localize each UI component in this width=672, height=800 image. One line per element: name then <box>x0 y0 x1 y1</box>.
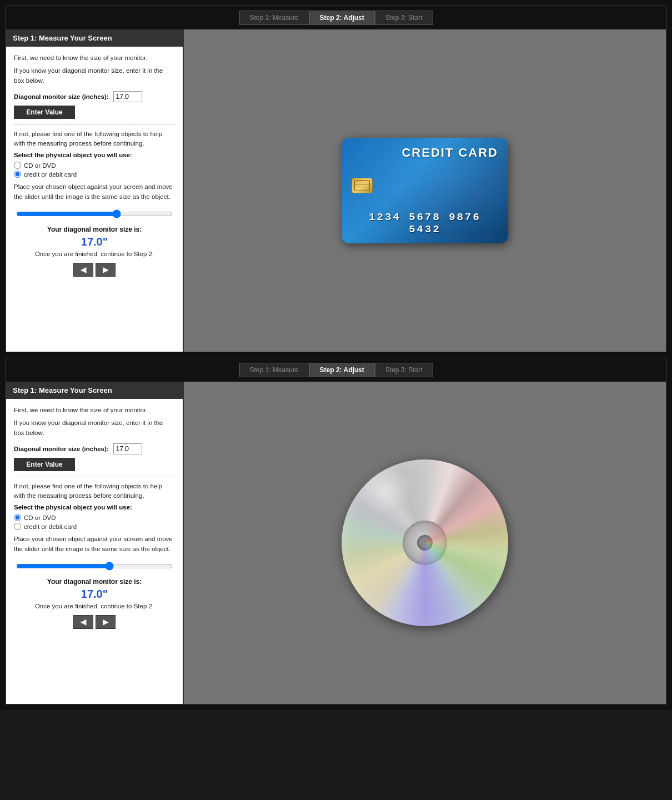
tabs-bar-1: Step 1: Measure Step 2: Adjust Step 3: S… <box>6 6 666 29</box>
cd-shine <box>351 457 422 523</box>
slider-container-1[interactable] <box>14 209 175 220</box>
cd-inner-ring <box>403 521 447 565</box>
left-panel-title-2: Step 1: Measure Your Screen <box>6 382 183 399</box>
left-panel-body-2: First, we need to know the size of your … <box>6 399 183 641</box>
tab-step1-measure-1[interactable]: Step 1: Measure <box>239 11 309 25</box>
tab-step2-adjust-1[interactable]: Step 2: Adjust <box>309 11 375 25</box>
divider-2 <box>14 477 175 477</box>
nav-buttons-2: ◀ ▶ <box>14 615 175 629</box>
panel-content-2: Step 1: Measure Your Screen First, we ne… <box>6 382 666 704</box>
next-btn-1[interactable]: ▶ <box>96 263 116 277</box>
panel-1: Step 1: Measure Step 2: Adjust Step 3: S… <box>6 6 666 352</box>
right-display-1: CREDIT CARD 1234 5678 9876 5432 <box>184 29 666 352</box>
cd-disc <box>342 459 508 626</box>
divider-1 <box>14 124 175 125</box>
continue-text-1: Once you are finished, continue to Step … <box>14 251 175 257</box>
diagonal-label-2: Diagonal monitor size (inches): <box>14 446 109 452</box>
diagonal-row-2: Diagonal monitor size (inches): <box>14 443 175 454</box>
radio-cd-1[interactable]: CD or DVD <box>14 162 175 169</box>
cd-hole <box>417 535 433 551</box>
left-panel-2: Step 1: Measure Your Screen First, we ne… <box>6 382 184 704</box>
radio-card-2[interactable]: credit or debit card <box>14 523 175 530</box>
select-label-1: Select the physical object you will use: <box>14 152 175 158</box>
left-panel-body-1: First, we need to know the size of your … <box>6 47 183 289</box>
size-slider-2[interactable] <box>16 562 173 571</box>
card-title: CREDIT CARD <box>352 146 498 160</box>
next-btn-2[interactable]: ▶ <box>96 615 116 629</box>
enter-value-btn-2[interactable]: Enter Value <box>14 458 75 471</box>
radio-cd-label-2: CD or DVD <box>24 514 56 521</box>
radio-cd-2[interactable]: CD or DVD <box>14 514 175 521</box>
left-panel-title-1: Step 1: Measure Your Screen <box>6 29 183 47</box>
tab-step3-start-2[interactable]: Step 3: Start <box>375 363 433 377</box>
radio-card-1[interactable]: credit or debit card <box>14 171 175 178</box>
monitor-size-value-1: 17.0" <box>14 236 175 248</box>
prev-btn-1[interactable]: ◀ <box>73 263 93 277</box>
credit-card: CREDIT CARD 1234 5678 9876 5432 <box>342 138 508 243</box>
left-panel-1: Step 1: Measure Your Screen First, we ne… <box>6 29 184 352</box>
not-sure-text-2: If not, please find one of the following… <box>14 482 175 501</box>
intro1-1: First, we need to know the size of your … <box>14 53 175 63</box>
monitor-size-label-1: Your diagonal monitor size is: <box>14 226 175 233</box>
diagonal-input-2[interactable] <box>113 443 142 454</box>
radio-cd-input-1[interactable] <box>14 162 21 169</box>
main-wrapper: Step 1: Measure Step 2: Adjust Step 3: S… <box>0 0 672 710</box>
diagonal-label-1: Diagonal monitor size (inches): <box>14 93 109 100</box>
diagonal-row-1: Diagonal monitor size (inches): <box>14 91 175 102</box>
not-sure-text-1: If not, please find one of the following… <box>14 129 175 149</box>
tabs-bar-2: Step 1: Measure Step 2: Adjust Step 3: S… <box>6 358 666 382</box>
enter-value-btn-1[interactable]: Enter Value <box>14 106 75 119</box>
instruction-1: Place your chosen object against your sc… <box>14 182 175 202</box>
card-chip <box>352 178 373 193</box>
cd-container <box>339 457 511 629</box>
nav-buttons-1: ◀ ▶ <box>14 263 175 277</box>
card-number: 1234 5678 9876 5432 <box>352 211 498 236</box>
tab-step1-measure-2[interactable]: Step 1: Measure <box>239 363 309 377</box>
size-slider-1[interactable] <box>16 209 173 218</box>
card-chip-row <box>352 178 498 193</box>
intro2-1: If you know your diagonal monitor size, … <box>14 66 175 86</box>
radio-card-input-2[interactable] <box>14 523 21 530</box>
radio-card-input-1[interactable] <box>14 171 21 178</box>
slider-container-2[interactable] <box>14 562 175 572</box>
diagonal-input-1[interactable] <box>113 91 142 102</box>
continue-text-2: Once you are finished, continue to Step … <box>14 603 175 609</box>
tab-step3-start-1[interactable]: Step 3: Start <box>375 11 433 25</box>
card-chip-lines <box>354 180 370 191</box>
select-label-2: Select the physical object you will use: <box>14 504 175 511</box>
instruction-2: Place your chosen object against your sc… <box>14 534 175 554</box>
intro1-2: First, we need to know the size of your … <box>14 406 175 415</box>
panel-2: Step 1: Measure Step 2: Adjust Step 3: S… <box>6 358 666 704</box>
panel-content-1: Step 1: Measure Your Screen First, we ne… <box>6 29 666 352</box>
tab-step2-adjust-2[interactable]: Step 2: Adjust <box>309 363 375 377</box>
monitor-size-label-2: Your diagonal monitor size is: <box>14 578 175 586</box>
intro2-2: If you know your diagonal monitor size, … <box>14 418 175 438</box>
radio-card-label-2: credit or debit card <box>24 523 77 530</box>
monitor-size-value-2: 17.0" <box>14 588 175 601</box>
right-display-2 <box>184 382 666 704</box>
radio-card-label-1: credit or debit card <box>24 171 77 178</box>
radio-cd-input-2[interactable] <box>14 514 21 521</box>
prev-btn-2[interactable]: ◀ <box>73 615 93 629</box>
radio-cd-label-1: CD or DVD <box>24 162 56 169</box>
